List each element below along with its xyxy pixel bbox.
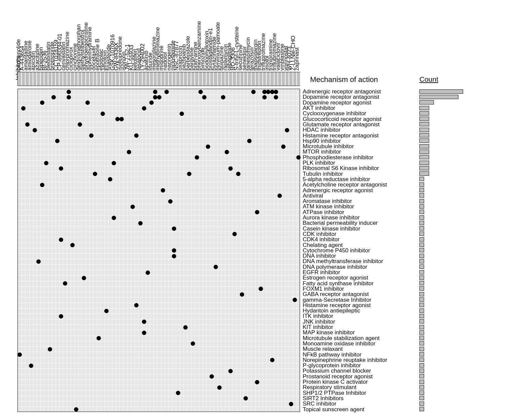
header-cell	[33, 72, 37, 86]
matrix-dot	[134, 133, 139, 138]
header-cell	[82, 72, 85, 86]
matrix-dot	[51, 95, 56, 99]
row-label: SRC inhibitor	[303, 401, 336, 407]
row-label: Potassium channel blocker	[303, 368, 371, 374]
matrix-dot	[176, 391, 180, 395]
matrix-dot	[214, 265, 218, 269]
header-cell	[157, 72, 161, 86]
count-bar	[419, 221, 424, 225]
row-label: ITK inhibitor	[303, 313, 333, 319]
header-cell	[52, 72, 55, 86]
count-bar	[419, 133, 429, 137]
matrix-dot	[101, 112, 105, 116]
count-bar	[419, 171, 429, 176]
count-bar	[419, 254, 424, 258]
matrix-dot	[161, 188, 165, 193]
matrix-dot	[281, 144, 286, 149]
header-cell	[278, 72, 282, 86]
count-bar	[419, 369, 424, 373]
matrix-dot	[202, 95, 207, 99]
count-bar	[419, 243, 424, 247]
header-cell	[210, 72, 214, 86]
count-bar	[419, 385, 424, 389]
matrix-dot	[217, 385, 222, 390]
header-cell	[18, 72, 22, 86]
header-cell	[191, 72, 195, 86]
count-bar	[419, 264, 424, 269]
count-bar	[419, 226, 424, 230]
count-bar	[419, 390, 424, 395]
header-cell	[274, 72, 278, 86]
matrix-dot	[172, 254, 176, 258]
header-cell	[93, 72, 97, 86]
matrix-dot	[33, 128, 37, 132]
header-cell	[123, 72, 127, 86]
count-bar	[419, 330, 424, 335]
header-cell	[25, 72, 29, 86]
row-label: Histamine receptor antagonist	[303, 133, 379, 138]
count-bar	[419, 111, 429, 116]
matrix-dot	[232, 232, 237, 236]
matrix-dot	[270, 358, 274, 362]
matrix-dot	[142, 320, 146, 324]
header-cell	[86, 72, 89, 86]
header-cell	[37, 72, 40, 86]
count-bar	[419, 215, 424, 220]
header-cell	[297, 72, 300, 86]
header-cell	[187, 72, 191, 86]
row-label: GABA receptor antagonist	[303, 291, 369, 297]
matrix-dot	[63, 281, 67, 286]
matrix-dot	[259, 287, 263, 291]
header-cell	[266, 72, 270, 86]
matrix-dot	[168, 199, 173, 204]
count-bar	[419, 106, 429, 110]
matrix-dot	[108, 177, 112, 181]
count-bar	[419, 325, 424, 329]
count-bar	[419, 122, 429, 126]
count-bar	[419, 199, 424, 203]
count-bar	[419, 237, 424, 242]
count-bar	[419, 374, 424, 378]
matrix-dot	[74, 407, 78, 412]
header-cell	[116, 72, 119, 86]
count-bar	[419, 117, 429, 121]
header-cell	[259, 72, 263, 86]
matrix-dot	[112, 216, 116, 220]
row-label: NFkB pathway inhibitor	[303, 352, 362, 358]
count-bar	[419, 248, 424, 252]
matrix-dot	[40, 100, 44, 105]
header-cell	[150, 72, 153, 86]
count-bar	[419, 128, 429, 132]
matrix-dot	[255, 210, 259, 214]
header-cell	[255, 72, 259, 86]
matrix-dot	[21, 106, 26, 111]
matrix-dot	[153, 90, 157, 94]
matrix-dot	[296, 155, 301, 160]
matrix-dot	[164, 90, 169, 94]
count-bar	[419, 259, 424, 263]
header-cell	[293, 72, 297, 86]
matrix-dot	[142, 106, 146, 111]
matrix-dot	[210, 374, 214, 379]
matrix-dot	[157, 95, 161, 99]
matrix-dot	[146, 270, 150, 275]
row-label: Ribosomal S6 Kinase inhibitor	[303, 165, 379, 171]
matrix-dot	[225, 150, 229, 154]
count-bar	[419, 341, 424, 345]
matrix-dot	[172, 226, 176, 231]
header-cell	[112, 72, 116, 86]
header-cell	[214, 72, 217, 86]
count-barchart	[419, 89, 464, 412]
matrix-dot	[59, 238, 63, 242]
matrix-dot	[187, 172, 191, 176]
matrix-dot	[274, 95, 278, 99]
matrix-dot	[255, 380, 259, 384]
count-bar	[419, 188, 424, 192]
matrix-dot	[67, 95, 71, 99]
header-cell	[244, 72, 248, 86]
header-cell	[232, 72, 236, 86]
header-cell	[229, 72, 232, 86]
count-bar	[419, 89, 463, 94]
matrix-dot	[195, 155, 199, 160]
row-label: Dopamine receptor antagonist	[303, 94, 379, 100]
